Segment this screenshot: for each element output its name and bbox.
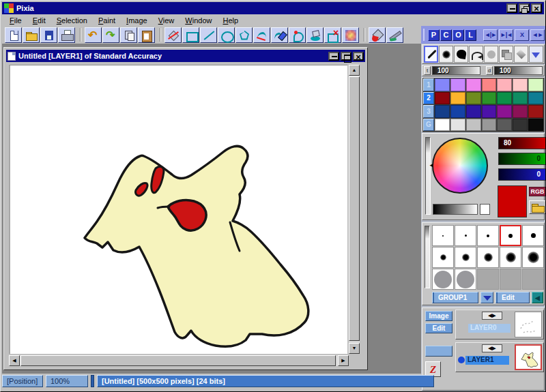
- palette-color[interactable]: [450, 92, 465, 105]
- brush-edit-button[interactable]: Edit: [495, 292, 530, 303]
- clear-rect-tool-button[interactable]: [324, 27, 341, 43]
- palette-color[interactable]: [466, 92, 481, 105]
- palette-color[interactable]: [497, 105, 512, 118]
- palette-row-1-button[interactable]: 1: [423, 78, 434, 91]
- tool-dropdown-button[interactable]: [529, 46, 543, 63]
- brush-tile[interactable]: [432, 225, 454, 246]
- bezier-tool-button[interactable]: [271, 27, 288, 43]
- palette-color[interactable]: [466, 119, 481, 132]
- brush-tile[interactable]: [477, 225, 499, 246]
- gray-circle-tool-button[interactable]: [484, 46, 498, 63]
- print-button[interactable]: [58, 27, 75, 43]
- brush-tile[interactable]: [522, 225, 544, 246]
- palette-color[interactable]: [497, 119, 512, 132]
- palette-row-g-button[interactable]: G: [423, 119, 434, 132]
- scroll-down-icon[interactable]: ▼: [349, 343, 360, 354]
- swap-panel-button[interactable]: ◄►: [530, 29, 545, 41]
- mixer-scrollbar[interactable]: [425, 137, 431, 215]
- copy-squares-tool-button[interactable]: [499, 46, 513, 63]
- green-channel-bar[interactable]: 0: [498, 153, 546, 165]
- menu-item-image[interactable]: Image: [121, 16, 152, 25]
- vertical-scrollbar[interactable]: ▲ ▼: [349, 65, 360, 354]
- palette-color[interactable]: [513, 78, 528, 91]
- blob-tool-button[interactable]: [454, 46, 468, 63]
- soft-dot-tool-button[interactable]: [439, 46, 453, 63]
- paste-button[interactable]: [138, 27, 155, 43]
- brush-tile[interactable]: [432, 269, 454, 290]
- line-tool-button[interactable]: [200, 27, 217, 43]
- brush-toggle-icon[interactable]: ◀: [532, 292, 543, 303]
- palette-color[interactable]: [497, 78, 512, 91]
- toolbar-gripper[interactable]: [423, 29, 425, 41]
- palette-color[interactable]: [450, 78, 465, 91]
- menu-item-window[interactable]: Window: [180, 16, 216, 25]
- document-title-bar[interactable]: Untitled [LAYER1] of Standard Accuracy: [6, 50, 365, 62]
- menu-item-file[interactable]: File: [5, 16, 27, 25]
- new-button[interactable]: [5, 27, 22, 43]
- redo-button[interactable]: [102, 27, 119, 43]
- doc-minimize-icon[interactable]: [328, 52, 339, 61]
- brush-tile[interactable]: [522, 269, 544, 290]
- grayscale-bar[interactable]: [433, 204, 478, 215]
- menu-item-selection[interactable]: Selection: [52, 16, 92, 25]
- menu-item-edit[interactable]: Edit: [28, 16, 51, 25]
- red-channel-bar[interactable]: 80: [498, 137, 546, 149]
- layer-blank-button[interactable]: [425, 346, 452, 357]
- d-slider-handle[interactable]: d: [486, 66, 493, 75]
- eraser-tool-button[interactable]: [164, 27, 182, 43]
- t-slider-handle[interactable]: t: [424, 66, 431, 75]
- layer-edit-button[interactable]: Edit: [425, 323, 452, 333]
- palette-color[interactable]: [466, 105, 481, 118]
- brush-tile[interactable]: [477, 247, 499, 268]
- brush-tile[interactable]: [432, 247, 454, 268]
- palette-color[interactable]: [450, 119, 465, 132]
- panel-button-p[interactable]: P: [428, 29, 440, 41]
- doc-maximize-icon[interactable]: [341, 52, 351, 61]
- polygon-tool-button[interactable]: [235, 27, 253, 43]
- horizontal-scroll-thumb[interactable]: [20, 355, 336, 366]
- layer-image-button[interactable]: Image: [425, 311, 452, 321]
- palette-color[interactable]: [528, 105, 543, 118]
- palette-color[interactable]: [497, 92, 512, 105]
- eraser2-tool-button[interactable]: [514, 46, 528, 63]
- fill-region-tool-button[interactable]: [306, 27, 324, 43]
- palette-color[interactable]: [482, 119, 497, 132]
- brush-tile[interactable]: [522, 247, 544, 268]
- rgb-mode-badge[interactable]: RGB: [529, 187, 546, 196]
- palette-color[interactable]: [528, 78, 543, 91]
- palette-color[interactable]: [466, 78, 481, 91]
- palette-color[interactable]: [513, 105, 528, 118]
- palette-row-3-button[interactable]: 3: [423, 105, 434, 118]
- menu-item-paint[interactable]: Paint: [94, 16, 120, 25]
- layer0-expand-icon[interactable]: ◀▶: [482, 312, 502, 320]
- palette-color[interactable]: [528, 92, 543, 105]
- rectangle-tool-button[interactable]: [182, 27, 199, 43]
- layer0-thumbnail[interactable]: [515, 312, 542, 337]
- palette-color[interactable]: [513, 92, 528, 105]
- palette-color[interactable]: [482, 105, 497, 118]
- lasso-tool-button[interactable]: [289, 27, 306, 43]
- open-palette-icon[interactable]: [529, 200, 546, 214]
- brush-tile[interactable]: [500, 247, 521, 268]
- t-opacity-slider[interactable]: 100: [432, 66, 480, 75]
- layer-row-1[interactable]: ◀▶ LAYER1: [455, 342, 544, 372]
- retouch-pen-button[interactable]: [386, 27, 403, 43]
- brush-tile[interactable]: [455, 247, 476, 268]
- brush-tile[interactable]: [500, 225, 521, 246]
- ellipse-tool-button[interactable]: [218, 27, 235, 43]
- drawing-canvas[interactable]: [9, 65, 347, 354]
- palette-color[interactable]: [528, 119, 543, 132]
- palette-color[interactable]: [482, 78, 497, 91]
- horizontal-scrollbar[interactable]: ◀ ▶: [9, 355, 349, 366]
- doc-close-icon[interactable]: [353, 52, 364, 61]
- blue-channel-bar[interactable]: 0: [498, 168, 546, 181]
- d-density-slider[interactable]: 100: [494, 66, 543, 75]
- close-panel-button[interactable]: X: [515, 29, 529, 41]
- palette-color[interactable]: [435, 105, 450, 118]
- panel-button-l[interactable]: L: [465, 29, 476, 41]
- white-cell[interactable]: [480, 204, 490, 215]
- close-icon[interactable]: [531, 3, 542, 13]
- scroll-up-icon[interactable]: ▲: [349, 65, 360, 76]
- palette-color[interactable]: [435, 119, 450, 132]
- minimize-icon[interactable]: [506, 3, 517, 13]
